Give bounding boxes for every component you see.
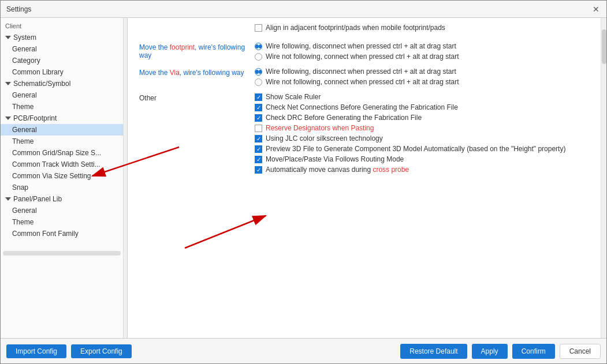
bottom-bar: Import Config Export Config Restore Defa… (1, 338, 606, 363)
close-button[interactable]: ✕ (591, 5, 601, 14)
main-content: Align in adjacent footprint/pads when mo… (128, 18, 601, 338)
other-label: Other (139, 93, 255, 102)
sidebar-group-schematic-label: Schematic/Symbol (13, 80, 70, 88)
sidebar-group-panel-label: Panel/Panel Lib (13, 195, 62, 203)
import-config-button[interactable]: Import Config (6, 344, 66, 358)
bottom-left-buttons: Import Config Export Config (6, 344, 132, 358)
via-options: Wire following, disconnect when pressed … (255, 67, 589, 88)
move-place-checkbox[interactable] (255, 156, 262, 163)
jlc-color-text: Using JLC color silkscreen technology (266, 134, 383, 142)
sidebar-item-general-pcb[interactable]: General (1, 124, 123, 136)
via-radio-1-text: Wire following, disconnect when pressed … (266, 67, 456, 76)
footprint-radio-1[interactable] (255, 43, 262, 50)
sidebar-group-system[interactable]: System (1, 32, 123, 43)
via-option-1: Wire following, disconnect when pressed … (255, 67, 589, 76)
sidebar-item-theme-pcb[interactable]: Theme (1, 136, 123, 147)
sidebar-item-general-system[interactable]: General (1, 43, 123, 55)
triangle-down-icon (5, 36, 11, 39)
sidebar-item-snap[interactable]: Snap (1, 182, 123, 193)
sidebar-item-common-library[interactable]: Common Library (1, 66, 123, 78)
main-scrollbar[interactable] (601, 18, 606, 338)
setting-row-align: Align in adjacent footprint/pads when mo… (139, 24, 589, 37)
apply-button[interactable]: Apply (472, 344, 508, 359)
footprint-radio-1-text: Wire following, disconnect when pressed … (266, 42, 456, 50)
sidebar-item-common-via[interactable]: Common Via Size Setting (1, 170, 123, 182)
checkmark-icon-2 (256, 104, 261, 111)
sidebar-scrollbar[interactable] (123, 18, 127, 338)
check-drc-text: Check DRC Before Generating the Fabricat… (266, 114, 422, 122)
sidebar-item-category[interactable]: Category (1, 55, 123, 66)
via-option-2: Wire not following, connect when pressed… (255, 78, 589, 86)
show-scale-text: Show Scale Ruler (266, 93, 321, 101)
sidebar-group-schematic[interactable]: Schematic/Symbol (1, 78, 123, 89)
sidebar: Client System General Category Common Li… (1, 18, 123, 338)
client-label: Client (1, 20, 123, 32)
checkmark-icon (256, 94, 261, 100)
main-wrapper: Align in adjacent footprint/pads when mo… (128, 18, 606, 338)
setting-row-other: Other Show Scale Ruler Check Net Connect… (139, 93, 589, 176)
via-radio-2[interactable] (255, 78, 262, 86)
footprint-label: Move the footprint, wire's following way (139, 42, 255, 59)
sidebar-group-pcb[interactable]: PCB/Footprint (1, 112, 123, 124)
other-options: Show Scale Ruler Check Net Connections B… (255, 93, 589, 176)
sidebar-item-theme-schematic[interactable]: Theme (1, 101, 123, 112)
auto-move-text: Automatically move canvas during cross p… (266, 166, 409, 174)
via-radio-2-text: Wire not following, connect when pressed… (266, 78, 459, 86)
sidebar-group-pcb-label: PCB/Footprint (13, 114, 57, 122)
jlc-color-checkbox[interactable] (255, 135, 262, 142)
checkmark-icon-4 (256, 136, 261, 142)
auto-move-checkbox[interactable] (255, 166, 262, 174)
restore-default-button[interactable]: Restore Default (400, 344, 467, 359)
preview-3d-checkbox[interactable] (255, 145, 262, 153)
align-options: Align in adjacent footprint/pads when mo… (255, 24, 589, 34)
dialog-body: Client System General Category Common Li… (1, 18, 606, 338)
sidebar-item-common-font[interactable]: Common Font Family (1, 228, 123, 239)
sidebar-item-theme-panel[interactable]: Theme (1, 216, 123, 228)
main-scrollbar-thumb[interactable] (602, 29, 606, 64)
footprint-option-1: Wire following, disconnect when pressed … (255, 42, 589, 50)
preview-3d-text: Preview 3D File to Generate Component 3D… (266, 145, 565, 153)
sidebar-item-common-track[interactable]: Common Track Width Setti... (1, 159, 123, 170)
checkmark-icon-5 (256, 146, 261, 152)
arrow-svg-1 (128, 145, 133, 214)
footprint-option-2: Wire not following, connect when pressed… (255, 52, 589, 61)
sidebar-item-general-panel[interactable]: General (1, 205, 123, 216)
footprint-options: Wire following, disconnect when pressed … (255, 42, 589, 63)
triangle-down-icon-3 (5, 117, 11, 120)
setting-row-via: Move the Via, wire's following way Wire … (139, 67, 589, 88)
other-move-place: Move/Place/Paste Via Follows Routing Mod… (255, 155, 589, 163)
align-option-row: Align in adjacent footprint/pads when mo… (255, 24, 589, 32)
sidebar-group-system-label: System (13, 33, 36, 42)
export-config-button[interactable]: Export Config (71, 344, 132, 358)
cancel-button[interactable]: Cancel (560, 344, 601, 359)
setting-row-footprint: Move the footprint, wire's following way… (139, 42, 589, 63)
via-label: Move the Via, wire's following way (139, 67, 255, 77)
checkmark-icon-7 (256, 167, 261, 173)
sidebar-group-panel[interactable]: Panel/Panel Lib (1, 193, 123, 205)
via-radio-1[interactable] (255, 68, 262, 76)
checkmark-icon-6 (256, 156, 261, 163)
confirm-button[interactable]: Confirm (512, 344, 555, 359)
sidebar-item-general-schematic[interactable]: General (1, 89, 123, 101)
show-scale-checkbox[interactable] (255, 93, 262, 101)
move-place-text: Move/Place/Paste Via Follows Routing Mod… (266, 155, 404, 163)
sidebar-item-common-grid[interactable]: Common Grid/Snap Size S... (1, 147, 123, 159)
checkmark-icon-3 (256, 115, 261, 121)
other-auto-move: Automatically move canvas during cross p… (255, 166, 589, 174)
arrow-overlay (128, 18, 601, 338)
other-reserve-designators: Reserve Designators when Pasting (255, 124, 589, 132)
reserve-designators-text: Reserve Designators when Pasting (266, 124, 374, 132)
reserve-designators-checkbox[interactable] (255, 125, 262, 132)
other-preview-3d: Preview 3D File to Generate Component 3D… (255, 145, 589, 153)
check-net-checkbox[interactable] (255, 104, 262, 111)
title-bar: Settings ✕ (1, 1, 606, 18)
settings-dialog: Settings ✕ Client System General Categor… (0, 0, 607, 364)
dialog-title: Settings (6, 5, 31, 13)
triangle-down-icon-4 (5, 197, 11, 201)
align-text: Align in adjacent footprint/pads when mo… (266, 24, 445, 32)
sidebar-wrapper: Client System General Category Common Li… (1, 18, 128, 338)
check-drc-checkbox[interactable] (255, 114, 262, 122)
align-checkbox[interactable] (255, 24, 262, 32)
footprint-radio-2[interactable] (255, 53, 262, 61)
other-show-scale: Show Scale Ruler (255, 93, 589, 101)
